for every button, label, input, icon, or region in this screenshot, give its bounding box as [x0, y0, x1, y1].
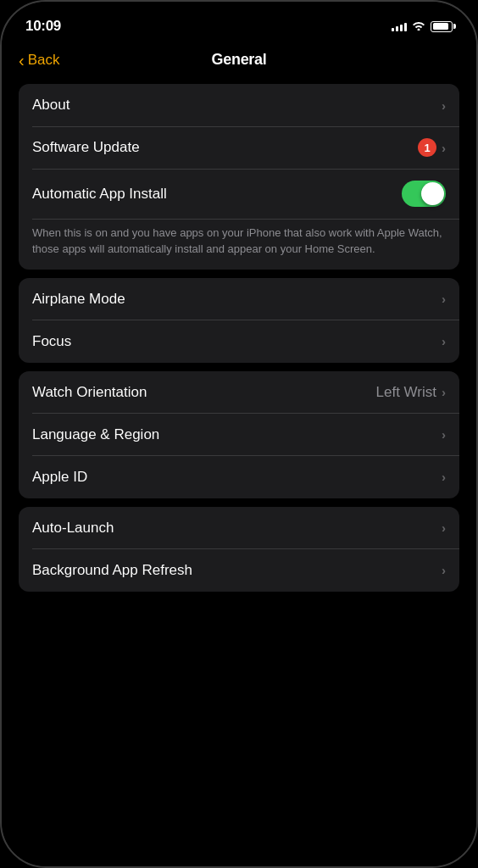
phone-screen: 10:09	[2, 2, 476, 866]
background-app-refresh-chevron-icon: ›	[442, 563, 446, 577]
automatic-app-install-row-right	[402, 181, 446, 207]
auto-launch-row[interactable]: Auto-Launch ›	[19, 507, 459, 549]
apple-id-label: Apple ID	[32, 469, 87, 486]
watch-orientation-label: Watch Orientation	[32, 384, 147, 401]
apple-id-row-right: ›	[442, 470, 446, 484]
software-update-label: Software Update	[32, 139, 140, 156]
settings-group-3: Watch Orientation Left Wrist › Language …	[19, 371, 459, 498]
airplane-mode-chevron-icon: ›	[442, 292, 446, 306]
auto-launch-label: Auto-Launch	[32, 520, 114, 537]
page-title: General	[212, 51, 267, 69]
software-update-badge: 1	[418, 138, 436, 157]
group-1-hint: When this is on and you have apps on you…	[19, 219, 459, 270]
content: About › Software Update 1 › Automatic Ap…	[2, 79, 476, 605]
focus-row[interactable]: Focus ›	[19, 320, 459, 363]
back-label: Back	[28, 52, 60, 69]
status-icons	[392, 20, 453, 33]
battery-icon	[431, 21, 453, 32]
language-region-row-right: ›	[442, 427, 446, 442]
signal-bar-2	[396, 26, 398, 31]
status-time: 10:09	[25, 18, 61, 35]
software-update-chevron-icon: ›	[442, 141, 446, 155]
focus-chevron-icon: ›	[442, 334, 446, 348]
watch-orientation-value: Left Wrist	[376, 384, 436, 401]
signal-bar-3	[400, 25, 403, 31]
back-button[interactable]: ‹ Back	[19, 52, 59, 69]
settings-group-1: About › Software Update 1 › Automatic Ap…	[19, 84, 459, 270]
airplane-mode-row[interactable]: Airplane Mode ›	[19, 278, 459, 320]
language-region-label: Language & Region	[32, 426, 159, 443]
about-label: About	[32, 97, 69, 114]
battery-fill	[433, 23, 449, 30]
airplane-mode-row-right: ›	[442, 292, 446, 306]
background-app-refresh-row-right: ›	[442, 563, 446, 577]
signal-bar-4	[404, 23, 407, 31]
settings-group-4: Auto-Launch › Background App Refresh ›	[19, 507, 459, 592]
apple-id-row[interactable]: Apple ID ›	[19, 456, 459, 498]
background-app-refresh-row[interactable]: Background App Refresh ›	[19, 549, 459, 592]
automatic-app-install-row[interactable]: Automatic App Install	[19, 169, 459, 219]
about-row[interactable]: About ›	[19, 84, 459, 126]
settings-group-2: Airplane Mode › Focus ›	[19, 278, 459, 363]
back-chevron-icon: ‹	[19, 52, 25, 69]
signal-bars-icon	[392, 21, 407, 31]
watch-orientation-row[interactable]: Watch Orientation Left Wrist ›	[19, 371, 459, 414]
auto-launch-chevron-icon: ›	[442, 520, 446, 535]
background-app-refresh-label: Background App Refresh	[32, 562, 192, 579]
software-update-row[interactable]: Software Update 1 ›	[19, 126, 459, 169]
signal-bar-1	[392, 28, 394, 31]
toggle-knob	[421, 182, 444, 205]
software-update-row-right: 1 ›	[418, 138, 446, 157]
nav-bar: ‹ Back General	[2, 44, 476, 79]
automatic-app-install-label: Automatic App Install	[32, 186, 167, 203]
language-region-chevron-icon: ›	[442, 427, 446, 442]
apple-id-chevron-icon: ›	[442, 470, 446, 484]
watch-orientation-row-right: Left Wrist ›	[376, 384, 446, 401]
focus-label: Focus	[32, 333, 71, 350]
automatic-app-install-toggle[interactable]	[402, 181, 446, 207]
about-row-right: ›	[442, 98, 446, 113]
about-chevron-icon: ›	[442, 98, 446, 113]
language-region-row[interactable]: Language & Region ›	[19, 414, 459, 456]
watch-orientation-chevron-icon: ›	[442, 385, 446, 399]
dynamic-island	[225, 10, 253, 20]
wifi-icon	[412, 20, 425, 33]
airplane-mode-label: Airplane Mode	[32, 291, 125, 308]
auto-launch-row-right: ›	[442, 520, 446, 535]
focus-row-right: ›	[442, 334, 446, 348]
status-bar: 10:09	[2, 2, 476, 44]
phone-frame: 10:09	[0, 0, 478, 868]
